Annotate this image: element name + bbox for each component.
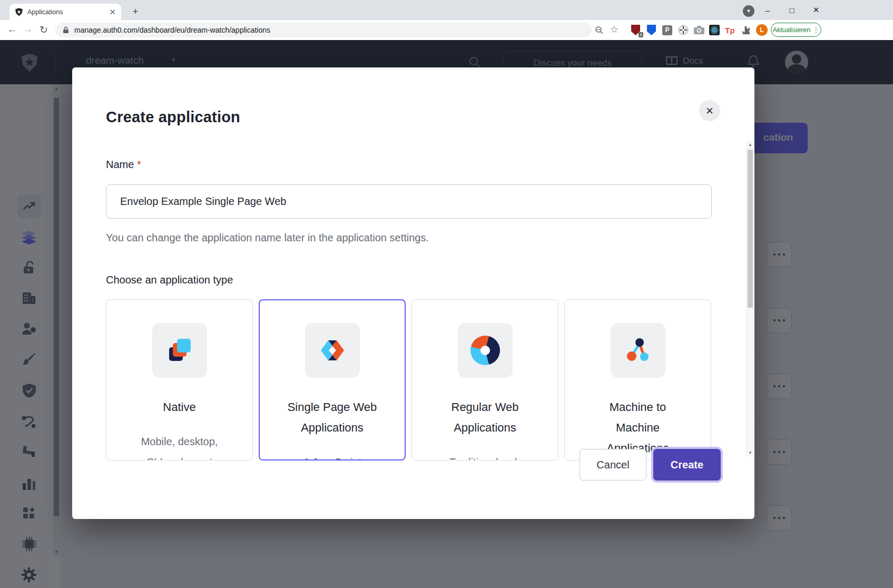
card-icon-tile	[305, 323, 360, 378]
card-description: A JavaScript	[260, 452, 405, 460]
scroll-down-icon[interactable]: ▼	[747, 450, 754, 455]
extensions-row: 4 P Tp L	[630, 20, 768, 40]
scroll-up-icon[interactable]: ▲	[747, 142, 754, 147]
reload-button[interactable]: ↻	[37, 24, 51, 36]
back-button[interactable]: ←	[5, 24, 19, 35]
application-type-label: Choose an application type	[106, 274, 233, 286]
card-description: Mobile, desktop, CLI and smart	[106, 432, 252, 460]
camera-extension-icon[interactable]	[693, 25, 704, 36]
browser-tab[interactable]: Applications ✕	[9, 4, 121, 20]
card-title: Regular Web Applications	[412, 397, 558, 438]
chrome-profile-chip[interactable]: ▼	[743, 5, 754, 17]
create-button[interactable]: Create	[653, 449, 721, 481]
modal-title: Create application	[106, 109, 240, 126]
required-asterisk: *	[137, 159, 141, 170]
regular-web-donut-icon	[470, 336, 500, 365]
forward-button[interactable]: →	[21, 24, 35, 35]
url-bar[interactable]: manage.auth0.com/dashboard/eu/dream-watc…	[55, 23, 592, 37]
move-crosshair-extension-icon[interactable]	[678, 25, 689, 36]
browser-tabstrip: Applications ✕ + ▼ – □ ✕	[0, 0, 893, 20]
spa-diamond-icon	[318, 336, 347, 365]
lock-icon	[63, 26, 69, 34]
native-stack-icon	[165, 336, 194, 365]
card-icon-tile	[611, 323, 665, 378]
tab-close-icon[interactable]: ✕	[109, 8, 116, 16]
card-title: Single Page Web Applications	[260, 397, 405, 438]
new-tab-button[interactable]: +	[129, 5, 142, 18]
react-devtools-extension-icon[interactable]	[709, 25, 720, 35]
p-extension-icon[interactable]: P	[662, 25, 673, 36]
minimize-button[interactable]: –	[755, 6, 780, 15]
card-description: Traditional web	[412, 452, 558, 460]
browser-toolbar: ← → ↻ manage.auth0.com/dashboard/eu/drea…	[0, 20, 893, 40]
chrome-avatar[interactable]: L	[756, 24, 768, 36]
app-type-card-regular-web[interactable]: Regular Web Applications Traditional web	[411, 299, 558, 460]
url-text: manage.auth0.com/dashboard/eu/dream-watc…	[74, 26, 270, 34]
zoom-icon[interactable]	[595, 26, 604, 35]
bookmark-star-icon[interactable]: ☆	[610, 24, 619, 35]
name-label: Name *	[106, 159, 141, 171]
card-title: Native	[106, 397, 252, 417]
update-browser-button[interactable]: Aktualisieren ⋮	[771, 23, 821, 37]
screen: Applications ✕ + ▼ – □ ✕ ← → ↻ manage.au…	[0, 0, 893, 588]
bitwarden-extension-icon[interactable]	[646, 25, 657, 36]
tp-extension-icon[interactable]: Tp	[724, 25, 735, 36]
tab-title: Applications	[27, 8, 105, 16]
maximize-button[interactable]: □	[780, 6, 804, 15]
application-type-cards: Native Mobile, desktop, CLI and smart	[106, 299, 712, 460]
puzzle-extensions-icon[interactable]	[740, 25, 751, 36]
modal-scrollbar[interactable]: ▲ ▼	[746, 141, 753, 456]
m2m-nodes-icon	[623, 336, 653, 365]
card-icon-tile	[458, 323, 513, 378]
cancel-button[interactable]: Cancel	[580, 449, 646, 481]
modal-body: Name * You can change the application na…	[72, 137, 754, 460]
close-window-button[interactable]: ✕	[804, 5, 828, 15]
scrollbar-thumb[interactable]	[748, 150, 753, 308]
card-icon-tile	[152, 323, 207, 378]
app-type-card-spa[interactable]: Single Page Web Applications A JavaScrip…	[259, 299, 406, 460]
close-icon[interactable]: ✕	[699, 100, 720, 121]
app-type-card-m2m[interactable]: Machine to Machine Applications	[564, 299, 711, 460]
ublock-extension-icon[interactable]: 4	[630, 25, 641, 36]
name-help-text: You can change the application name late…	[106, 232, 429, 244]
app-type-card-native[interactable]: Native Mobile, desktop, CLI and smart	[106, 299, 253, 460]
application-name-input[interactable]	[106, 184, 712, 219]
auth0-favicon-icon	[15, 8, 23, 16]
window-controls: – □ ✕	[755, 0, 828, 20]
create-application-modal: Create application ✕ Name * You can chan…	[72, 67, 754, 519]
menu-kebab-icon[interactable]: ⋮	[812, 26, 819, 34]
